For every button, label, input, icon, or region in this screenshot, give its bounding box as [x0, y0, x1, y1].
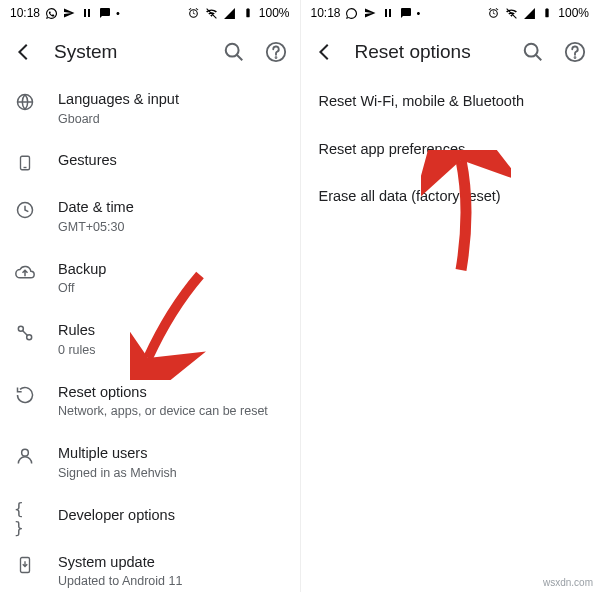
page-title: Reset options [355, 41, 504, 63]
row-title: Multiple users [58, 444, 284, 464]
row-title: Rules [58, 321, 284, 341]
statusbar-right: 100% [486, 6, 589, 20]
signal-icon [223, 6, 237, 20]
row-developer-options[interactable]: { } Developer options [0, 494, 300, 541]
page-title: System [54, 41, 204, 63]
row-sub: Updated to Android 11 [58, 573, 284, 590]
rules-icon [14, 322, 36, 344]
statusbar-left: 10:18 • [311, 6, 421, 20]
screen-reset-options: 10:18 • 100% Reset options [300, 0, 600, 592]
alarm-icon [486, 6, 500, 20]
back-button[interactable] [12, 40, 36, 64]
topbar: System [0, 26, 300, 78]
row-title: Date & time [58, 198, 284, 218]
cloud-upload-icon [14, 261, 36, 283]
speech-icon [399, 6, 413, 20]
row-system-update[interactable]: System update Updated to Android 11 [0, 541, 300, 592]
dot-icon: • [417, 7, 421, 19]
help-button[interactable] [563, 40, 587, 64]
screen-system: 10:18 • 100% System [0, 0, 300, 592]
statusbar-left: 10:18 • [10, 6, 120, 20]
row-sub: Gboard [58, 111, 284, 128]
system-update-icon [14, 554, 36, 576]
statusbar: 10:18 • 100% [301, 0, 600, 26]
row-title: System update [58, 553, 284, 573]
row-title: Reset app preferences [319, 140, 582, 160]
wifi-off-icon [504, 6, 518, 20]
row-title: Erase all data (factory reset) [319, 187, 582, 207]
svg-point-10 [525, 44, 538, 57]
row-sub: Network, apps, or device can be reset [58, 403, 284, 420]
row-gestures[interactable]: Gestures [0, 139, 300, 186]
braces-icon: { } [14, 507, 36, 529]
row-sub: GMT+05:30 [58, 219, 284, 236]
clock-icon [14, 199, 36, 221]
send-icon [363, 6, 377, 20]
search-button[interactable] [521, 40, 545, 64]
watermark: wsxdn.com [543, 577, 593, 588]
battery-icon [540, 6, 554, 20]
status-time: 10:18 [10, 6, 40, 20]
row-sub: Off [58, 280, 284, 297]
row-title: Reset Wi-Fi, mobile & Bluetooth [319, 92, 582, 112]
statusbar: 10:18 • 100% [0, 0, 300, 26]
row-reset-app-preferences[interactable]: Reset app preferences [301, 126, 600, 174]
row-rules[interactable]: Rules 0 rules [0, 309, 300, 370]
search-button[interactable] [222, 40, 246, 64]
pause-icon [381, 6, 395, 20]
row-reset-wifi[interactable]: Reset Wi-Fi, mobile & Bluetooth [301, 78, 600, 126]
alarm-icon [187, 6, 201, 20]
send-icon [62, 6, 76, 20]
topbar: Reset options [301, 26, 600, 78]
pause-icon [80, 6, 94, 20]
svg-point-12 [575, 57, 576, 58]
row-title: Reset options [58, 383, 284, 403]
svg-point-0 [225, 44, 238, 57]
battery-icon [241, 6, 255, 20]
row-sub: Signed in as Mehvish [58, 465, 284, 482]
row-multiple-users[interactable]: Multiple users Signed in as Mehvish [0, 432, 300, 493]
battery-pct: 100% [558, 6, 589, 20]
svg-point-2 [275, 57, 276, 58]
svg-point-8 [22, 450, 29, 457]
status-time: 10:18 [311, 6, 341, 20]
row-title: Gestures [58, 151, 284, 171]
whatsapp-icon [345, 6, 359, 20]
row-date-time[interactable]: Date & time GMT+05:30 [0, 186, 300, 247]
dot-icon: • [116, 7, 120, 19]
reset-options-list: Reset Wi-Fi, mobile & Bluetooth Reset ap… [301, 78, 600, 592]
help-button[interactable] [264, 40, 288, 64]
whatsapp-icon [44, 6, 58, 20]
row-languages-input[interactable]: Languages & input Gboard [0, 78, 300, 139]
row-backup[interactable]: Backup Off [0, 248, 300, 309]
battery-pct: 100% [259, 6, 290, 20]
system-list: Languages & input Gboard Gestures Date &… [0, 78, 300, 592]
gestures-icon [14, 152, 36, 174]
wifi-off-icon [205, 6, 219, 20]
statusbar-right: 100% [187, 6, 290, 20]
row-erase-all-data[interactable]: Erase all data (factory reset) [301, 173, 600, 221]
row-title: Languages & input [58, 90, 284, 110]
signal-icon [522, 6, 536, 20]
row-title: Developer options [58, 506, 284, 526]
row-reset-options[interactable]: Reset options Network, apps, or device c… [0, 371, 300, 432]
row-sub: 0 rules [58, 342, 284, 359]
speech-icon [98, 6, 112, 20]
back-button[interactable] [313, 40, 337, 64]
user-icon [14, 445, 36, 467]
globe-icon [14, 91, 36, 113]
row-title: Backup [58, 260, 284, 280]
reset-icon [14, 384, 36, 406]
